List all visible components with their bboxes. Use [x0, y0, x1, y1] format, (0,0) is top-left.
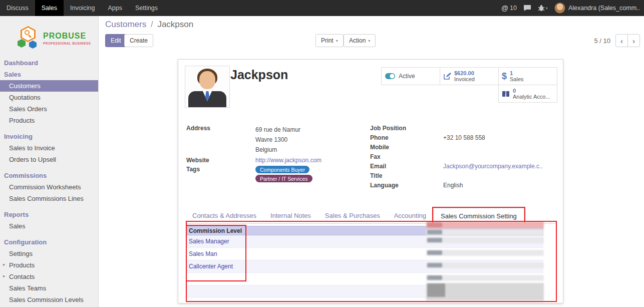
job-position-label: Job Position	[370, 125, 443, 132]
expand-arrow-icon: ▸	[3, 262, 6, 267]
sidebar: PROBUSE PROFESSIONAL BUSINESS Dashboard …	[0, 16, 99, 307]
customer-name-title: Jackpson	[230, 68, 288, 82]
tag-partner-it-services: Partner / IT Services	[255, 175, 312, 182]
mobile-label: Mobile	[370, 144, 443, 151]
sidebar-item-orders-to-upsell[interactable]: Orders to Upsell	[0, 154, 98, 165]
print-button[interactable]: Print ▾	[315, 34, 344, 47]
customer-form-sheet: Jackpson Active $620.00 Invoiced $ 1 Sal…	[178, 59, 563, 303]
tab-internal-notes[interactable]: Internal Notes	[263, 208, 318, 223]
tag-components-buyer: Components Buyer	[255, 166, 309, 173]
logo-subtitle: PROFESSIONAL BUSINESS	[43, 42, 91, 45]
sidebar-section-invoicing[interactable]: Invoicing	[0, 131, 98, 142]
sidebar-section-reports[interactable]: Reports	[0, 209, 98, 220]
tab-sales-purchases[interactable]: Sales & Purchases	[318, 208, 387, 223]
topbar-item-settings[interactable]: Settings	[129, 0, 164, 16]
email-link[interactable]: Jackpson@yourcompany.example.c..	[443, 163, 543, 170]
mention-icon: @	[501, 4, 508, 12]
pager-next-button[interactable]: ›	[627, 34, 640, 47]
main-content: Customers / Jackpson Edit Create Print ▾…	[99, 16, 644, 307]
screen: Discuss Sales Invoicing Apps Settings @ …	[0, 0, 644, 307]
edit-button[interactable]: Edit	[105, 34, 127, 47]
sidebar-item-label: Contacts	[9, 273, 35, 280]
user-menu[interactable]: Alexandra (Sales_comm..	[554, 3, 640, 14]
mentions-counter[interactable]: @ 10	[501, 4, 517, 12]
website-label: Website	[186, 157, 255, 164]
redacted-block	[426, 283, 544, 300]
email-label: Email	[370, 163, 443, 170]
mention-count: 10	[510, 5, 517, 12]
sidebar-item-label: Products	[9, 261, 35, 269]
redacted-cell	[426, 237, 544, 243]
breadcrumb-customers[interactable]: Customers	[105, 20, 146, 29]
topbar: Discuss Sales Invoicing Apps Settings @ …	[0, 0, 644, 16]
sidebar-section-commissions[interactable]: Commissions	[0, 170, 98, 181]
address-value: 69 rue de Namur Wavre 1300 Belgium	[255, 125, 300, 155]
language-label: Language	[370, 182, 443, 189]
sidebar-section-configuration[interactable]: Configuration	[0, 236, 98, 248]
sidebar-item-customers[interactable]: Customers	[0, 80, 98, 92]
topbar-item-apps[interactable]: Apps	[101, 0, 129, 16]
topbar-item-discuss[interactable]: Discuss	[0, 0, 35, 16]
breadcrumb-current: Jackpson	[157, 20, 193, 29]
title-label: Title	[370, 172, 443, 180]
sidebar-item-products[interactable]: Products	[0, 115, 98, 126]
tab-contacts-addresses[interactable]: Contacts & Addresses	[185, 208, 263, 223]
sidebar-item-reports-sales[interactable]: Sales	[0, 220, 98, 232]
debug-icon[interactable]: ▾	[538, 5, 548, 12]
pager-previous-button[interactable]: ‹	[615, 34, 628, 47]
redacted-cell	[426, 262, 544, 268]
sidebar-item-sales-teams[interactable]: Sales Teams	[0, 282, 98, 294]
action-button[interactable]: Action ▾	[344, 34, 376, 47]
sidebar-item-quotations[interactable]: Quotations	[0, 92, 98, 103]
pager: 5 / 10 ‹ ›	[594, 34, 640, 47]
probuse-logo[interactable]: PROBUSE PROFESSIONAL BUSINESS	[0, 16, 98, 57]
logo-title: PROBUSE	[43, 32, 91, 41]
stat-value: 1	[510, 70, 524, 76]
sidebar-item-config-contacts[interactable]: ▸ Contacts	[0, 271, 98, 282]
sidebar-item-commission-worksheets[interactable]: Commission Worksheets	[0, 181, 98, 193]
phone-value: +32 10 588 558	[443, 134, 485, 142]
sidebar-section-dashboard[interactable]: Dashboard	[0, 57, 98, 69]
stat-value: $620.00	[454, 70, 475, 76]
messages-icon[interactable]	[523, 5, 531, 12]
fields-left-column: Address 69 rue de Namur Wavre 1300 Belgi…	[186, 125, 367, 186]
pager-count: 5 / 10	[594, 37, 610, 45]
caret-down-icon: ▾	[368, 39, 370, 43]
stat-label: Invoiced	[454, 76, 475, 82]
sidebar-item-config-products[interactable]: ▸ Products	[0, 259, 98, 271]
user-name: Alexandra (Sales_comm..	[568, 5, 640, 12]
stat-button-active[interactable]: Active	[381, 67, 440, 85]
caret-down-icon: ▾	[546, 6, 548, 11]
sidebar-item-sales-to-invoice[interactable]: Sales to Invoice	[0, 142, 98, 154]
expand-arrow-icon: ▸	[3, 273, 6, 278]
sidebar-item-sales-commission-levels[interactable]: Sales Commission Levels	[0, 294, 98, 305]
create-button[interactable]: Create	[124, 34, 153, 47]
sidebar-section-sales[interactable]: Sales	[0, 69, 98, 80]
topbar-menu: Discuss Sales Invoicing Apps Settings	[0, 0, 164, 16]
sidebar-item-sales-commissions-lines[interactable]: Sales Commissions Lines	[0, 193, 98, 204]
edit-invoice-icon	[443, 72, 451, 80]
sidebar-item-settings[interactable]: Settings	[0, 248, 98, 259]
redacted-cell	[426, 275, 544, 281]
probuse-logo-icon	[17, 26, 39, 50]
phone-label: Phone	[370, 134, 443, 142]
fields-right-column: Job Position Phone+32 10 588 558 Mobile …	[370, 125, 556, 191]
dollar-icon: $	[502, 72, 507, 81]
topbar-item-invoicing[interactable]: Invoicing	[64, 0, 101, 16]
caret-down-icon: ▾	[336, 39, 338, 43]
stat-label: Active	[399, 73, 415, 79]
active-toggle-icon	[385, 73, 396, 80]
stat-button-sales[interactable]: $ 1 Sales	[498, 67, 557, 85]
website-link[interactable]: http://www.jackpson.com	[255, 157, 321, 164]
stat-value: 0	[513, 88, 550, 94]
stat-button-invoiced[interactable]: $620.00 Invoiced	[440, 67, 499, 85]
stat-label: Analytic Acco...	[513, 94, 550, 100]
sidebar-item-sales-orders[interactable]: Sales Orders	[0, 103, 98, 115]
print-label: Print	[321, 37, 334, 44]
stat-button-analytic-accounts[interactable]: 0 Analytic Acco...	[498, 85, 557, 103]
breadcrumb: Customers / Jackpson	[105, 20, 193, 30]
action-label: Action	[349, 37, 366, 44]
tags-label: Tags	[186, 166, 255, 184]
topbar-item-sales[interactable]: Sales	[35, 0, 64, 16]
topbar-right: @ 10 ▾ Alexandra (Sales_comm..	[501, 0, 644, 16]
